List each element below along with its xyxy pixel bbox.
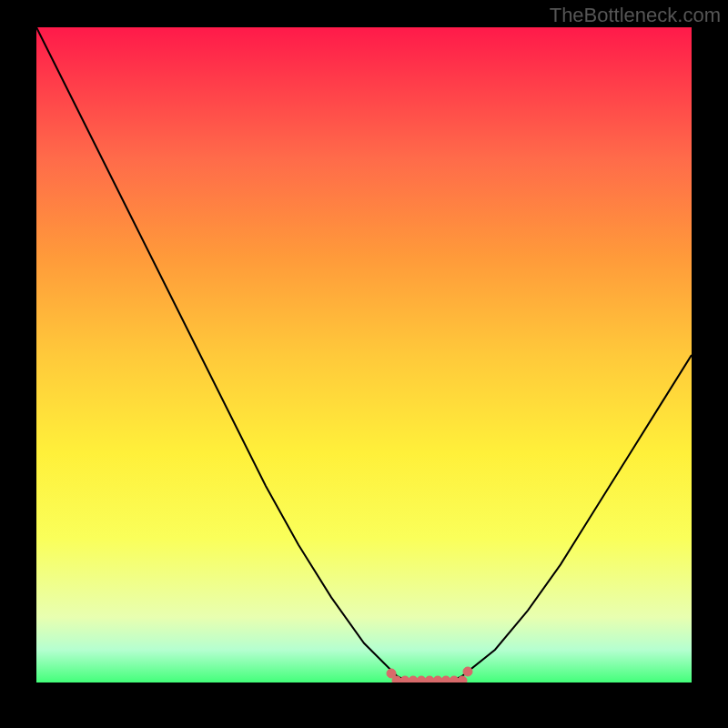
chart-plot-area: [36, 27, 692, 682]
minimum-dots: [387, 667, 472, 682]
svg-point-6: [441, 676, 450, 682]
svg-point-5: [433, 676, 442, 682]
bottleneck-curve: [36, 27, 692, 682]
chart-curve-layer: [36, 27, 692, 682]
svg-point-8: [458, 676, 467, 682]
svg-point-1: [400, 676, 410, 682]
svg-point-7: [450, 676, 459, 682]
svg-point-3: [417, 676, 426, 682]
svg-point-4: [425, 676, 434, 682]
svg-point-9: [387, 669, 396, 678]
watermark-text: TheBottleneck.com: [550, 4, 721, 27]
svg-point-2: [409, 676, 418, 682]
svg-point-10: [463, 667, 472, 676]
